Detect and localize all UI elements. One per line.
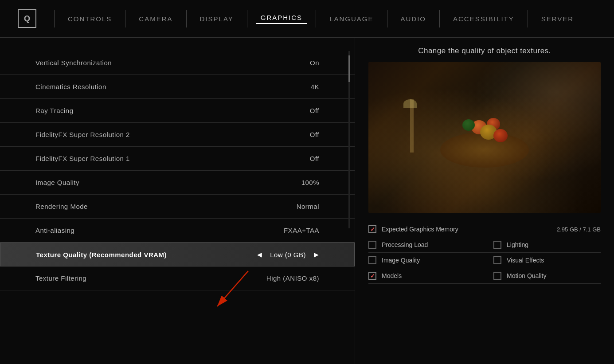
- setting-name-8: Texture Quality (Recommended VRAM): [36, 251, 257, 258]
- checkbox-row-models[interactable]: Models: [368, 268, 485, 284]
- setting-name-7: Anti-aliasing: [35, 227, 284, 234]
- checkbox-lighting[interactable]: [493, 241, 501, 249]
- checkbox-label-lighting: Lighting: [507, 241, 601, 248]
- nav-item-camera[interactable]: CAMERA: [134, 15, 177, 23]
- nav-item-server[interactable]: SERVER: [537, 15, 578, 23]
- checkbox-row-lighting[interactable]: Lighting: [485, 237, 601, 253]
- nav-item-controls[interactable]: CONTROLS: [63, 15, 116, 23]
- setting-value-1: 4K: [311, 83, 319, 90]
- scrollbar[interactable]: [348, 51, 350, 228]
- fruit-pile: [445, 116, 524, 160]
- expected-memory-label: Expected Graphics Memory: [382, 226, 551, 233]
- main-content: Vertical Synchronization On Cinematics R…: [0, 38, 614, 364]
- setting-value-0: On: [310, 59, 319, 67]
- checkbox-motion_quality[interactable]: [493, 272, 501, 280]
- checkbox-label-processing_load: Processing Load: [382, 241, 476, 248]
- setting-value-2: Off: [310, 107, 319, 114]
- top-navigation: Q CONTROLS CAMERA DISPLAY GRAPHICS LANGU…: [0, 0, 614, 38]
- setting-value-8: Low (0 GB): [270, 251, 306, 258]
- checkbox-label-models: Models: [382, 272, 476, 279]
- setting-name-0: Vertical Synchronization: [35, 59, 310, 67]
- setting-value-3: Off: [310, 131, 319, 138]
- setting-name-2: Ray Tracing: [35, 107, 310, 114]
- checkbox-label-visual_effects: Visual Effects: [507, 257, 601, 264]
- nav-item-audio[interactable]: AUDIO: [396, 15, 431, 23]
- setting-name-3: FidelityFX Super Resolution 2: [35, 131, 310, 138]
- lamp-shade: [403, 99, 417, 108]
- checkbox-image_quality[interactable]: [368, 256, 376, 264]
- nav-divider-4: [247, 10, 247, 27]
- setting-row-2[interactable]: Ray Tracing Off: [0, 99, 355, 123]
- setting-row-4[interactable]: FidelityFX Super Resolution 1 Off: [0, 147, 355, 171]
- expected-memory-row: Expected Graphics Memory 2.95 GB / 7.1 G…: [368, 222, 601, 237]
- expected-memory-value: 2.95 GB / 7.1 GB: [557, 226, 601, 233]
- preview-panel: Change the quality of object textures. E…: [355, 38, 614, 364]
- arrow-right-8[interactable]: ▶: [314, 251, 319, 258]
- setting-arrows-8: ◀ Low (0 GB) ▶: [257, 251, 319, 258]
- checkboxes-section: Processing Load Lighting Image Quality V…: [368, 237, 601, 284]
- checkbox-processing_load[interactable]: [368, 241, 376, 249]
- checkbox-visual_effects[interactable]: [493, 256, 501, 264]
- setting-value-9: High (ANISO x8): [266, 274, 319, 282]
- setting-name-6: Rendering Mode: [35, 203, 297, 210]
- setting-name-5: Image Quality: [35, 179, 301, 186]
- nav-divider-7: [439, 10, 440, 27]
- setting-name-9: Texture Filtering: [35, 274, 266, 282]
- setting-row-8[interactable]: Texture Quality (Recommended VRAM) ◀ Low…: [0, 243, 355, 266]
- setting-row-5[interactable]: Image Quality 100%: [0, 171, 355, 195]
- nav-item-display[interactable]: DISPLAY: [196, 15, 238, 23]
- nav-item-accessibility[interactable]: ACCESSIBILITY: [449, 15, 519, 23]
- nav-item-language[interactable]: LANGUAGE: [325, 15, 378, 23]
- scrollbar-thumb[interactable]: [348, 55, 350, 82]
- expected-memory-checkbox[interactable]: [368, 225, 376, 233]
- nav-divider-3: [186, 10, 187, 27]
- setting-row-1[interactable]: Cinematics Resolution 4K: [0, 75, 355, 99]
- preview-image: [368, 62, 601, 213]
- checkbox-row-processing_load[interactable]: Processing Load: [368, 237, 485, 253]
- setting-row-0[interactable]: Vertical Synchronization On: [0, 51, 355, 75]
- logo-button[interactable]: Q: [18, 9, 36, 28]
- nav-divider-6: [387, 10, 387, 27]
- preview-description: Change the quality of object textures.: [368, 47, 601, 55]
- settings-panel: Vertical Synchronization On Cinematics R…: [0, 38, 355, 364]
- setting-row-6[interactable]: Rendering Mode Normal: [0, 195, 355, 219]
- setting-row-3[interactable]: FidelityFX Super Resolution 2 Off: [0, 123, 355, 147]
- checkbox-label-motion_quality: Motion Quality: [507, 272, 601, 279]
- nav-divider-2: [125, 10, 125, 27]
- checkbox-models[interactable]: [368, 272, 376, 280]
- setting-row-7[interactable]: Anti-aliasing FXAA+TAA: [0, 219, 355, 243]
- nav-divider-8: [528, 10, 528, 27]
- setting-name-4: FidelityFX Super Resolution 1: [35, 155, 310, 162]
- setting-value-6: Normal: [297, 203, 319, 210]
- arrow-left-8[interactable]: ◀: [257, 251, 262, 258]
- checkbox-row-motion_quality[interactable]: Motion Quality: [485, 268, 601, 284]
- setting-value-5: 100%: [301, 179, 319, 186]
- setting-row-9[interactable]: Texture Filtering High (ANISO x8): [0, 266, 355, 290]
- nav-divider-5: [316, 10, 316, 27]
- nav-item-graphics[interactable]: GRAPHICS: [256, 14, 307, 24]
- settings-list: Vertical Synchronization On Cinematics R…: [0, 51, 355, 290]
- checkbox-row-image_quality[interactable]: Image Quality: [368, 253, 485, 268]
- setting-value-4: Off: [310, 155, 319, 162]
- setting-name-1: Cinematics Resolution: [35, 83, 311, 90]
- checkbox-row-visual_effects[interactable]: Visual Effects: [485, 253, 601, 268]
- setting-value-7: FXAA+TAA: [284, 227, 319, 234]
- checkbox-label-image_quality: Image Quality: [382, 257, 476, 264]
- nav-divider-1: [54, 10, 55, 27]
